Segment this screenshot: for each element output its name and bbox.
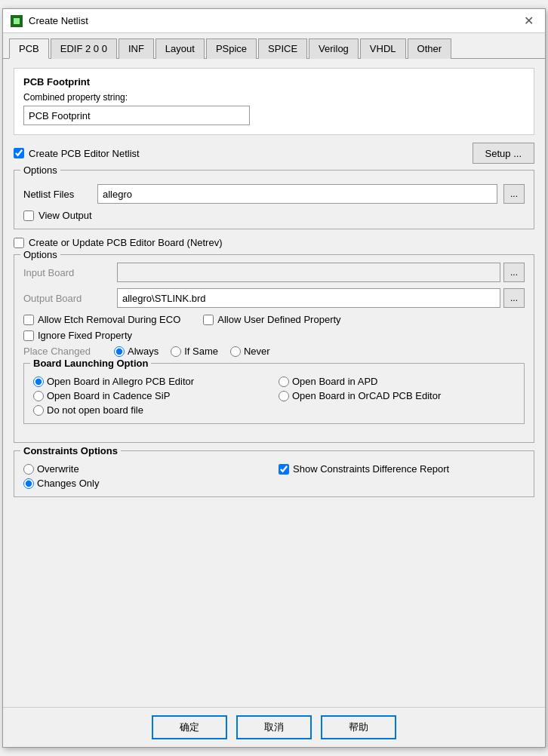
- never-radio-item: Never: [230, 346, 270, 357]
- options2-section: Options Input Board ... Output Board ...…: [14, 254, 534, 443]
- ifsame-radio[interactable]: [171, 346, 181, 357]
- create-pcb-row: Create PCB Editor Netlist Setup ...: [14, 143, 534, 164]
- allegro-label: Open Board in Allegro PCB Editor: [47, 376, 194, 387]
- orcad-label: Open Board in OrCAD PCB Editor: [292, 390, 441, 401]
- changes-only-label: Changes Only: [37, 478, 99, 489]
- options-section: Options Netlist Files ... View Output: [14, 170, 534, 229]
- close-button[interactable]: ✕: [519, 12, 537, 30]
- confirm-button[interactable]: 确定: [152, 715, 227, 739]
- allow-user-checkbox[interactable]: [203, 315, 214, 325]
- create-pcb-checkbox-row: Create PCB Editor Netlist: [14, 148, 140, 159]
- create-update-row: Create or Update PCB Editor Board (Netre…: [14, 237, 534, 248]
- allow-etch-checkbox[interactable]: [23, 315, 34, 325]
- orcad-radio[interactable]: [279, 391, 289, 401]
- board-launch-label: Board Launching Option: [30, 358, 151, 369]
- apd-radio-item: Open Board in APD: [279, 376, 515, 387]
- tab-bar: PCB EDIF 2 0 0 INF Layout PSpice SPICE V…: [3, 33, 545, 59]
- setup-button[interactable]: Setup ...: [473, 143, 534, 164]
- options-section-label: Options: [20, 164, 60, 176]
- svg-rect-1: [14, 18, 20, 24]
- input-board-browse-button[interactable]: ...: [503, 263, 525, 282]
- board-launch-section: Board Launching Option Open Board in All…: [23, 363, 525, 424]
- noopen-radio[interactable]: [33, 405, 44, 416]
- allow-etch-item: Allow Etch Removal During ECO: [23, 314, 180, 325]
- netlist-files-row: Netlist Files ...: [23, 184, 525, 204]
- tab-vhdl[interactable]: VHDL: [360, 38, 406, 59]
- cadence-radio-item: Open Board in Cadence SiP: [33, 390, 269, 401]
- allow-user-label: Allow User Defined Property: [217, 314, 340, 325]
- apd-radio[interactable]: [279, 376, 289, 387]
- create-update-label: Create or Update PCB Editor Board (Netre…: [29, 237, 223, 248]
- place-changed-options: Always If Same Never: [114, 346, 270, 357]
- tab-spice[interactable]: SPICE: [258, 38, 307, 59]
- constraints-grid: Overwrite Show Constraints Difference Re…: [23, 463, 525, 489]
- allow-etch-label: Allow Etch Removal During ECO: [38, 314, 180, 325]
- allow-user-item: Allow User Defined Property: [203, 314, 340, 325]
- ifsame-radio-item: If Same: [171, 346, 218, 357]
- tab-pcb[interactable]: PCB: [9, 38, 49, 59]
- tab-pspice[interactable]: PSpice: [206, 38, 257, 59]
- output-board-row: Output Board ...: [23, 288, 525, 308]
- allegro-radio[interactable]: [33, 376, 44, 387]
- overwrite-label: Overwrite: [37, 463, 79, 475]
- dialog: Create Netlist ✕ PCB EDIF 2 0 0 INF Layo…: [2, 8, 546, 748]
- input-board-label: Input Board: [23, 267, 114, 278]
- netlist-browse-button[interactable]: ...: [503, 184, 525, 204]
- tab-verilog[interactable]: Verilog: [309, 38, 359, 59]
- cadence-label: Open Board in Cadence SiP: [47, 390, 170, 401]
- constraints-section: Constraints Options Overwrite Show Const…: [14, 450, 534, 497]
- changes-only-radio-item: Changes Only: [23, 478, 269, 489]
- pcb-footprint-section: PCB Footprint Combined property string:: [14, 68, 534, 135]
- orcad-radio-item: Open Board in OrCAD PCB Editor: [279, 390, 515, 401]
- ignore-fixed-label: Ignore Fixed Property: [38, 330, 132, 341]
- overwrite-radio-item: Overwrite: [23, 463, 269, 475]
- show-constraints-checkbox[interactable]: [279, 464, 289, 475]
- apd-label: Open Board in APD: [292, 376, 377, 387]
- noopen-radio-item: Do not open board file: [33, 404, 269, 416]
- place-changed-label: Place Changed: [23, 346, 114, 357]
- title-bar: Create Netlist ✕: [3, 9, 545, 33]
- tab-edif200[interactable]: EDIF 2 0 0: [51, 38, 117, 59]
- view-output-row: View Output: [23, 210, 525, 221]
- show-constraints-label: Show Constraints Difference Report: [293, 463, 449, 475]
- help-button[interactable]: 帮助: [321, 715, 396, 739]
- netlist-files-input[interactable]: [97, 184, 497, 204]
- create-update-checkbox[interactable]: [14, 238, 24, 248]
- input-board-input[interactable]: [117, 263, 500, 282]
- ignore-fixed-checkbox[interactable]: [23, 330, 34, 341]
- dialog-title: Create Netlist: [29, 15, 88, 26]
- combined-property-input[interactable]: [23, 106, 250, 125]
- tab-layout[interactable]: Layout: [155, 38, 205, 59]
- changes-only-radio[interactable]: [23, 478, 34, 489]
- output-board-browse-button[interactable]: ...: [503, 288, 525, 308]
- view-output-checkbox[interactable]: [23, 211, 34, 221]
- cancel-button[interactable]: 取消: [236, 715, 312, 739]
- noopen-label: Do not open board file: [47, 404, 143, 416]
- input-board-row: Input Board ...: [23, 263, 525, 282]
- ignore-fixed-row: Ignore Fixed Property: [23, 330, 525, 341]
- launch-grid: Open Board in Allegro PCB Editor Open Bo…: [33, 376, 515, 416]
- create-pcb-label: Create PCB Editor Netlist: [29, 148, 140, 159]
- always-radio[interactable]: [114, 346, 125, 357]
- tab-inf[interactable]: INF: [119, 38, 154, 59]
- output-board-input[interactable]: [117, 288, 500, 308]
- app-icon: [11, 15, 23, 27]
- never-radio[interactable]: [230, 346, 241, 357]
- tab-other[interactable]: Other: [408, 38, 452, 59]
- always-label: Always: [128, 346, 159, 357]
- combined-property-label: Combined property string:: [23, 92, 525, 103]
- place-changed-row: Place Changed Always If Same Never: [23, 346, 525, 357]
- show-constraints-item: Show Constraints Difference Report: [279, 463, 525, 475]
- allegro-radio-item: Open Board in Allegro PCB Editor: [33, 376, 269, 387]
- cadence-radio[interactable]: [33, 391, 44, 401]
- content-area: PCB Footprint Combined property string: …: [3, 59, 545, 707]
- create-pcb-checkbox[interactable]: [14, 148, 24, 158]
- options2-section-label: Options: [20, 249, 60, 260]
- output-board-label: Output Board: [23, 293, 114, 304]
- overwrite-radio[interactable]: [23, 464, 34, 475]
- title-bar-left: Create Netlist: [11, 15, 88, 27]
- constraints-label: Constraints Options: [20, 445, 121, 456]
- ifsame-label: If Same: [184, 346, 218, 357]
- netlist-files-label: Netlist Files: [23, 189, 91, 200]
- pcb-footprint-title: PCB Footprint: [23, 76, 525, 88]
